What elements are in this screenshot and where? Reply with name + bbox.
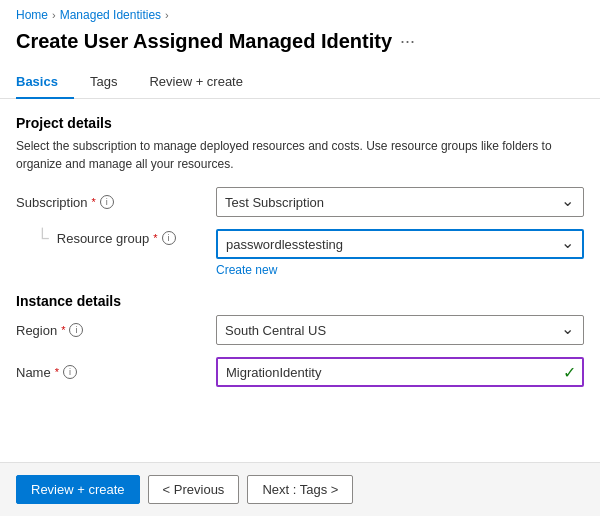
subscription-label: Subscription (16, 195, 88, 210)
resource-group-info-icon[interactable]: i (162, 231, 176, 245)
subscription-row: Subscription * i Test Subscription (16, 187, 584, 217)
tab-review-create[interactable]: Review + create (149, 66, 259, 99)
instance-details-header: Instance details (16, 293, 584, 309)
subscription-dropdown-wrapper: Test Subscription (216, 187, 584, 217)
name-input[interactable] (216, 357, 584, 387)
region-label-col: Region * i (16, 323, 216, 338)
more-options-icon[interactable]: ··· (400, 31, 415, 52)
name-input-wrapper: ✓ (216, 357, 584, 387)
subscription-control: Test Subscription (216, 187, 584, 217)
breadcrumb-sep-2: › (165, 9, 169, 21)
breadcrumb-managed-identities[interactable]: Managed Identities (60, 8, 161, 22)
footer: Review + create < Previous Next : Tags > (0, 462, 600, 516)
region-row: Region * i South Central US (16, 315, 584, 345)
page-wrapper: Home › Managed Identities › Create User … (0, 0, 600, 516)
resource-group-required: * (153, 232, 157, 244)
review-create-button[interactable]: Review + create (16, 475, 140, 504)
instance-details-section: Instance details Region * i South Centra… (16, 293, 584, 387)
name-required: * (55, 366, 59, 378)
page-title: Create User Assigned Managed Identity (16, 30, 392, 53)
breadcrumb-sep-1: › (52, 9, 56, 21)
project-details-header: Project details (16, 115, 584, 131)
name-label-col: Name * i (16, 365, 216, 380)
project-details-description: Select the subscription to manage deploy… (16, 137, 584, 173)
tab-basics[interactable]: Basics (16, 66, 74, 99)
name-label: Name (16, 365, 51, 380)
subscription-info-icon[interactable]: i (100, 195, 114, 209)
region-dropdown[interactable]: South Central US (216, 315, 584, 345)
name-row: Name * i ✓ (16, 357, 584, 387)
previous-button[interactable]: < Previous (148, 475, 240, 504)
region-control: South Central US (216, 315, 584, 345)
region-label: Region (16, 323, 57, 338)
region-required: * (61, 324, 65, 336)
tab-bar: Basics Tags Review + create (0, 65, 600, 99)
breadcrumb: Home › Managed Identities › (0, 0, 600, 26)
region-dropdown-wrapper: South Central US (216, 315, 584, 345)
region-info-icon[interactable]: i (69, 323, 83, 337)
page-title-row: Create User Assigned Managed Identity ··… (0, 26, 600, 65)
resource-group-label-col: └ Resource group * i (16, 229, 216, 247)
breadcrumb-home[interactable]: Home (16, 8, 48, 22)
name-info-icon[interactable]: i (63, 365, 77, 379)
main-content: Project details Select the subscription … (0, 99, 600, 462)
subscription-required: * (92, 196, 96, 208)
create-new-link[interactable]: Create new (216, 263, 584, 277)
resource-group-row: └ Resource group * i passwordlesstesting… (16, 229, 584, 277)
subscription-label-col: Subscription * i (16, 195, 216, 210)
resource-group-control: passwordlesstesting Create new (216, 229, 584, 277)
resource-group-dropdown[interactable]: passwordlesstesting (216, 229, 584, 259)
next-tags-button[interactable]: Next : Tags > (247, 475, 353, 504)
tab-tags[interactable]: Tags (90, 66, 133, 99)
name-control: ✓ (216, 357, 584, 387)
name-check-icon: ✓ (563, 363, 576, 382)
subscription-dropdown[interactable]: Test Subscription (216, 187, 584, 217)
resource-group-label: Resource group (57, 231, 150, 246)
resource-group-dropdown-wrapper: passwordlesstesting (216, 229, 584, 259)
